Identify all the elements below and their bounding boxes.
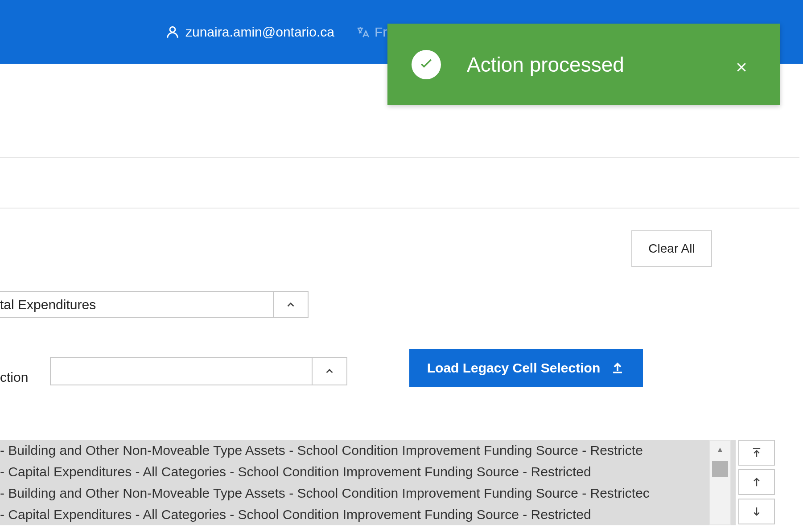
- clear-all-button[interactable]: Clear All: [631, 230, 712, 267]
- svg-point-0: [170, 27, 175, 32]
- load-legacy-label: Load Legacy Cell Selection: [427, 360, 600, 376]
- selection-combo[interactable]: [50, 357, 347, 385]
- selection-label-fragment: ction: [0, 370, 28, 385]
- selection-combo-toggle[interactable]: [312, 358, 346, 385]
- close-icon: [735, 61, 748, 74]
- list-item[interactable]: - Building and Other Non-Moveable Type A…: [0, 483, 736, 504]
- expenditures-combo[interactable]: tal Expenditures: [0, 291, 309, 318]
- list-item[interactable]: - Capital Expenditures - All Categories …: [0, 461, 736, 483]
- user-identity: zunaira.amin@ontario.ca: [165, 25, 334, 40]
- selection-combo-value: [51, 358, 312, 385]
- list-item[interactable]: - Capital Expenditures - All Categories …: [0, 504, 736, 525]
- divider: [0, 208, 799, 209]
- load-legacy-button[interactable]: Load Legacy Cell Selection: [409, 349, 643, 387]
- scrollbar-up-arrow-icon[interactable]: ▲: [710, 441, 730, 458]
- chevron-up-icon: [285, 299, 296, 311]
- toast-message: Action processed: [467, 53, 624, 77]
- move-down-button[interactable]: [738, 499, 775, 524]
- list-scrollbar[interactable]: ▲: [709, 440, 731, 525]
- translate-icon: [356, 25, 369, 39]
- chevron-up-icon: [324, 365, 335, 377]
- divider: [0, 157, 799, 158]
- expenditures-combo-toggle[interactable]: [273, 292, 308, 317]
- success-check-icon: [412, 50, 441, 79]
- list-item[interactable]: - Building and Other Non-Moveable Type A…: [0, 440, 736, 461]
- selection-list[interactable]: - Building and Other Non-Moveable Type A…: [0, 440, 736, 525]
- arrow-up-icon: [750, 476, 763, 488]
- reorder-buttons: [738, 440, 775, 524]
- toast-close-button[interactable]: [735, 55, 748, 79]
- upload-icon: [610, 360, 625, 376]
- arrow-top-icon: [750, 446, 763, 459]
- move-up-button[interactable]: [738, 469, 775, 495]
- arrow-down-icon: [750, 505, 763, 518]
- move-to-top-button[interactable]: [738, 440, 775, 466]
- toast-notification: Action processed: [387, 24, 780, 105]
- user-email: zunaira.amin@ontario.ca: [185, 25, 334, 40]
- clear-all-label: Clear All: [648, 241, 695, 255]
- scrollbar-thumb[interactable]: [712, 461, 728, 477]
- expenditures-combo-value: tal Expenditures: [0, 297, 273, 312]
- user-icon: [165, 25, 180, 40]
